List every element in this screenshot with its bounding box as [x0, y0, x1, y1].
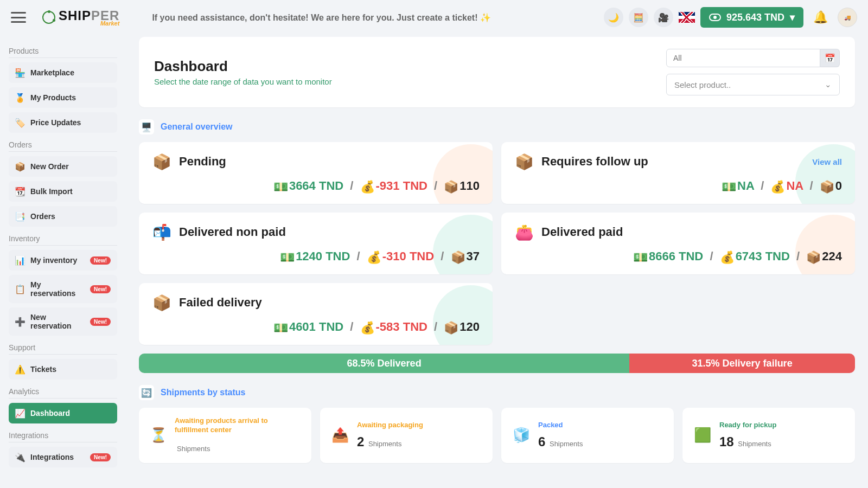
hamburger-menu[interactable]: [11, 12, 26, 23]
status-label: Shipments: [547, 440, 583, 448]
sidebar-item-label: Bulk Import: [30, 187, 73, 196]
assist-message: If you need assistance, don't hesitate! …: [152, 12, 604, 23]
money-icon: 💵: [633, 251, 648, 264]
status-title: Awaiting products arrival to fulfillment…: [175, 416, 301, 435]
card-value-3: 120: [459, 320, 480, 333]
page-title: Dashboard: [154, 58, 332, 75]
calculator-icon[interactable]: 🧮: [629, 8, 648, 27]
status-card-awaiting-products-arriva[interactable]: ⏳ Awaiting products arrival to fulfillme…: [139, 408, 311, 463]
status-count: 6: [538, 434, 545, 449]
card-value-3: 110: [459, 179, 480, 192]
card-title: Delivered paid: [541, 225, 623, 239]
card-icon: 📬: [152, 222, 171, 242]
notifications-icon[interactable]: 🔔: [813, 10, 828, 24]
sidebar-item-orders[interactable]: 📑Orders: [9, 206, 117, 227]
balance-value: 925.643 TND: [726, 12, 784, 23]
status-card-awaiting-packaging[interactable]: 📤 Awaiting packaging 2 Shipments: [320, 408, 493, 463]
sidebar-item-icon: 🏅: [15, 93, 25, 102]
card-value-1: 4601 TND: [289, 320, 343, 333]
card-value-1: NA: [737, 179, 754, 192]
status-icon: 🟩: [693, 427, 712, 444]
card-value-2: -310 TND: [382, 249, 434, 263]
sidebar-item-dashboard[interactable]: 📈Dashboard: [9, 403, 117, 423]
card-icon: 📦: [514, 152, 534, 171]
status-card-ready-for-pickup[interactable]: 🟩 Ready for pickup 18 Shipments: [682, 408, 855, 463]
new-badge: New!: [90, 318, 111, 326]
new-badge: New!: [90, 453, 111, 461]
status-icon: 📤: [331, 427, 349, 444]
sidebar-item-integrations[interactable]: 🔌IntegrationsNew!: [9, 447, 117, 467]
bag-icon: 💰: [367, 251, 381, 264]
failure-bar: 31.5% Delivery failure: [629, 354, 855, 373]
sidebar-group-title: Analytics: [9, 387, 117, 399]
sidebar-item-tickets[interactable]: ⚠️Tickets: [9, 359, 117, 380]
sidebar: Products🏪Marketplace🏅My Products🏷️Price …: [0, 35, 126, 488]
sidebar-group-title: Inventory: [9, 234, 117, 246]
status-count: 18: [719, 434, 734, 449]
logo-subtext: Market: [59, 20, 119, 27]
date-filter-input[interactable]: [666, 49, 820, 67]
box-icon: 📦: [820, 180, 834, 194]
card-value-2: 6743 TND: [736, 249, 790, 263]
sidebar-group-title: Integrations: [9, 431, 117, 442]
sidebar-item-label: New reservation: [30, 313, 85, 330]
page-subtitle: Select the date range of data you want t…: [154, 77, 332, 86]
overview-card-requires-follow-up[interactable]: 📦 Requires follow up View all 💵NA / 💰NA …: [501, 142, 855, 204]
chevron-down-icon: ▾: [790, 11, 795, 23]
sidebar-item-bulk-import[interactable]: 📆Bulk Import: [9, 181, 117, 202]
sidebar-item-my-inventory[interactable]: 📊My inventoryNew!: [9, 250, 117, 271]
sidebar-item-icon: 📑: [15, 211, 25, 221]
card-icon: 📦: [152, 152, 171, 171]
product-select-placeholder: Select product..: [674, 80, 731, 89]
sidebar-group-title: Products: [9, 47, 117, 58]
bag-icon: 💰: [720, 251, 735, 264]
sidebar-item-icon: 📦: [15, 162, 25, 171]
sidebar-item-new-reservation[interactable]: ➕New reservationNew!: [9, 307, 117, 336]
logo[interactable]: SHIPPER Market: [42, 8, 119, 27]
sidebar-item-icon: 📆: [15, 187, 25, 196]
language-flag[interactable]: [679, 12, 695, 23]
card-icon: 👛: [514, 222, 534, 242]
sidebar-item-label: My reservations: [30, 280, 85, 298]
sidebar-item-my-reservations[interactable]: 📋My reservationsNew!: [9, 275, 117, 303]
card-title: Delivered non paid: [179, 225, 286, 239]
sidebar-item-price-updates[interactable]: 🏷️Price Updates: [9, 112, 117, 133]
box-icon: 📦: [451, 251, 465, 264]
bag-icon: 💰: [770, 180, 785, 194]
overview-card-failed-delivery[interactable]: 📦 Failed delivery 💵4601 TND / 💰-583 TND …: [139, 283, 493, 345]
sidebar-item-icon: 📈: [15, 408, 25, 418]
sidebar-item-icon: 📊: [15, 255, 25, 265]
balance-button[interactable]: 925.643 TND ▾: [700, 7, 803, 28]
status-icon: 🧊: [512, 427, 531, 444]
sidebar-item-icon: ⚠️: [15, 364, 25, 374]
status-card-packed[interactable]: 🧊 Packed 6 Shipments: [501, 408, 674, 463]
card-value-3: 0: [835, 179, 842, 192]
new-badge: New!: [90, 256, 111, 265]
status-title: Awaiting packaging: [357, 421, 423, 430]
delivered-bar: 68.5% Delivered: [139, 354, 629, 373]
sidebar-item-icon: 🔌: [15, 452, 25, 462]
sidebar-item-icon: 🏷️: [15, 118, 25, 127]
video-icon[interactable]: 🎥: [654, 8, 673, 27]
overview-card-pending[interactable]: 📦 Pending 💵3664 TND / 💰-931 TND / 📦110: [139, 142, 493, 204]
shipments-section-title: Shipments by status: [161, 388, 245, 397]
card-title: Pending: [179, 155, 226, 169]
card-value-1: 3664 TND: [289, 179, 343, 192]
sidebar-item-my-products[interactable]: 🏅My Products: [9, 87, 117, 108]
sidebar-item-new-order[interactable]: 📦New Order: [9, 156, 117, 177]
overview-card-delivered-non-paid[interactable]: 📬 Delivered non paid 💵1240 TND / 💰-310 T…: [139, 213, 493, 274]
avatar[interactable]: 🚚: [838, 8, 857, 27]
card-value-3: 224: [822, 249, 842, 263]
calendar-icon[interactable]: 📅: [820, 49, 840, 67]
status-label: Shipments: [366, 440, 401, 448]
sidebar-group-title: Support: [9, 343, 117, 355]
product-select[interactable]: Select product.. ⌄: [666, 74, 840, 95]
overview-section-title: General overview: [161, 122, 233, 132]
sidebar-item-label: Dashboard: [30, 409, 70, 418]
status-title: Ready for pickup: [719, 421, 776, 430]
eye-icon: [709, 14, 721, 21]
sidebar-item-icon: 📋: [15, 284, 25, 294]
overview-card-delivered-paid[interactable]: 👛 Delivered paid 💵8666 TND / 💰6743 TND /…: [501, 213, 855, 274]
theme-toggle-icon[interactable]: 🌙: [604, 8, 623, 27]
sidebar-item-marketplace[interactable]: 🏪Marketplace: [9, 62, 117, 83]
